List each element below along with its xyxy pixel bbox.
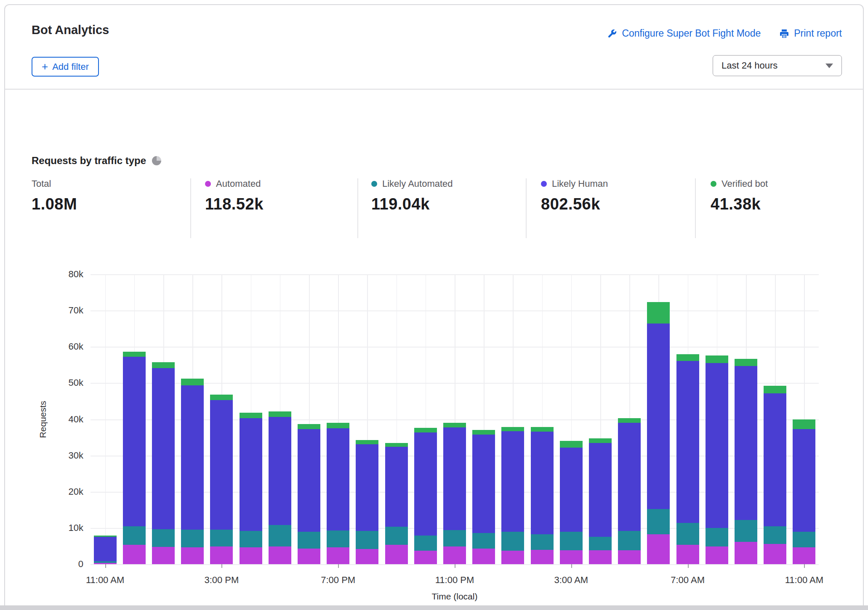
bar-segment-verified-bot[interactable] [269, 411, 291, 417]
bar-segment-likely-human[interactable] [676, 361, 699, 523]
bar-segment-likely-human[interactable] [793, 429, 815, 532]
bar-segment-automated[interactable] [764, 544, 786, 564]
bar-segment-automated[interactable] [385, 545, 408, 564]
bar-segment-automated[interactable] [472, 549, 495, 564]
bar-segment-automated[interactable] [94, 563, 117, 564]
bar-segment-likely-human[interactable] [240, 418, 262, 531]
bar-segment-verified-bot[interactable] [181, 379, 204, 385]
bar-segment-likely-automated[interactable] [443, 530, 466, 546]
bar-segment-likely-automated[interactable] [356, 531, 378, 549]
bar-segment-likely-automated[interactable] [472, 533, 495, 549]
bar-segment-likely-automated[interactable] [181, 530, 204, 547]
bar-segment-likely-human[interactable] [94, 537, 117, 562]
bar-segment-likely-automated[interactable] [269, 525, 291, 546]
bar-segment-likely-human[interactable] [269, 417, 291, 525]
stacked-bar-5-00-pm[interactable] [269, 411, 291, 564]
bar-segment-verified-bot[interactable] [240, 413, 262, 418]
bar-segment-likely-human[interactable] [298, 429, 320, 532]
bar-segment-likely-human[interactable] [443, 427, 466, 530]
bar-segment-likely-automated[interactable] [764, 526, 786, 544]
bar-segment-verified-bot[interactable] [210, 395, 233, 400]
bar-segment-likely-human[interactable] [501, 431, 524, 532]
bar-segment-likely-automated[interactable] [152, 529, 175, 546]
stacked-bar-2-00-am[interactable] [531, 427, 554, 564]
bar-segment-likely-human[interactable] [589, 443, 612, 537]
bar-segment-likely-automated[interactable] [706, 528, 728, 546]
bar-segment-likely-automated[interactable] [560, 532, 583, 551]
bar-segment-verified-bot[interactable] [152, 362, 175, 368]
bar-segment-automated[interactable] [123, 545, 146, 564]
add-filter-button[interactable]: + Add filter [32, 57, 99, 77]
bar-segment-verified-bot[interactable] [589, 438, 612, 443]
bar-segment-automated[interactable] [181, 547, 204, 564]
stacked-bar-5-00-am[interactable] [618, 418, 641, 564]
bar-segment-automated[interactable] [560, 550, 583, 564]
bar-segment-verified-bot[interactable] [443, 423, 466, 427]
bar-segment-likely-human[interactable] [560, 448, 583, 532]
stacked-bar-3-00-am[interactable] [560, 441, 583, 564]
bar-segment-likely-automated[interactable] [210, 530, 233, 546]
stacked-bar-4-00-pm[interactable] [240, 413, 262, 564]
bar-segment-automated[interactable] [647, 534, 670, 564]
bar-segment-likely-automated[interactable] [385, 527, 408, 545]
stacked-bar-8-00-pm[interactable] [356, 440, 378, 564]
stacked-bar-11-00-am[interactable] [793, 419, 815, 564]
stacked-bar-10-00-am[interactable] [764, 386, 786, 564]
stacked-bar-11-00-am[interactable] [94, 536, 117, 564]
bar-segment-automated[interactable] [793, 547, 815, 564]
bar-segment-likely-automated[interactable] [327, 530, 349, 547]
print-report-link[interactable]: Print report [779, 28, 842, 39]
bar-segment-likely-human[interactable] [414, 432, 437, 536]
stacked-bar-9-00-am[interactable] [735, 359, 757, 564]
bar-segment-verified-bot[interactable] [327, 423, 349, 428]
stacked-bar-9-00-pm[interactable] [385, 443, 408, 564]
bar-segment-automated[interactable] [618, 550, 641, 564]
bar-segment-automated[interactable] [298, 549, 320, 564]
bar-segment-likely-automated[interactable] [123, 526, 146, 545]
bar-segment-likely-automated[interactable] [618, 531, 641, 551]
bar-segment-likely-human[interactable] [618, 423, 641, 531]
bar-segment-likely-automated[interactable] [240, 531, 262, 548]
bar-segment-automated[interactable] [735, 542, 757, 564]
bar-segment-verified-bot[interactable] [735, 359, 757, 366]
bar-segment-verified-bot[interactable] [764, 386, 786, 393]
bar-segment-likely-automated[interactable] [501, 532, 524, 551]
bar-segment-likely-automated[interactable] [589, 537, 612, 550]
bar-segment-likely-human[interactable] [735, 366, 757, 520]
stacked-bar-1-00-am[interactable] [501, 427, 524, 564]
stacked-bar-1-00-pm[interactable] [152, 362, 175, 564]
bar-segment-automated[interactable] [414, 551, 437, 564]
bar-segment-verified-bot[interactable] [647, 302, 670, 324]
stacked-bar-11-00-pm[interactable] [443, 423, 466, 564]
configure-super-bot-fight-mode-link[interactable]: Configure Super Bot Fight Mode [607, 28, 761, 39]
bar-segment-likely-human[interactable] [764, 393, 786, 526]
stacked-bar-7-00-am[interactable] [676, 354, 699, 565]
bar-segment-automated[interactable] [589, 550, 612, 564]
bar-segment-verified-bot[interactable] [123, 352, 146, 356]
bar-segment-verified-bot[interactable] [414, 428, 437, 432]
bar-segment-automated[interactable] [676, 545, 699, 564]
bar-segment-automated[interactable] [240, 547, 262, 564]
bar-segment-automated[interactable] [356, 549, 378, 564]
bar-segment-likely-human[interactable] [531, 432, 554, 534]
stacked-bar-3-00-pm[interactable] [210, 395, 233, 564]
stacked-bar-7-00-pm[interactable] [327, 423, 349, 564]
bar-segment-automated[interactable] [269, 546, 291, 564]
bar-segment-likely-human[interactable] [152, 368, 175, 529]
bar-segment-automated[interactable] [501, 551, 524, 564]
bar-segment-verified-bot[interactable] [618, 418, 641, 423]
bar-segment-likely-automated[interactable] [531, 534, 554, 550]
bar-segment-verified-bot[interactable] [560, 441, 583, 448]
bar-segment-likely-human[interactable] [123, 357, 146, 526]
bar-segment-automated[interactable] [531, 550, 554, 564]
bar-segment-likely-automated[interactable] [414, 536, 437, 551]
bar-segment-likely-automated[interactable] [676, 523, 699, 545]
stacked-bar-8-00-am[interactable] [706, 355, 728, 564]
stacked-bar-6-00-am[interactable] [647, 302, 670, 564]
bar-segment-likely-human[interactable] [385, 447, 408, 527]
bar-segment-verified-bot[interactable] [531, 427, 554, 432]
stacked-bar-4-00-am[interactable] [589, 438, 612, 564]
bar-segment-likely-automated[interactable] [647, 509, 670, 534]
time-range-select[interactable]: Last 24 hours [713, 55, 842, 76]
bar-segment-verified-bot[interactable] [472, 430, 495, 434]
